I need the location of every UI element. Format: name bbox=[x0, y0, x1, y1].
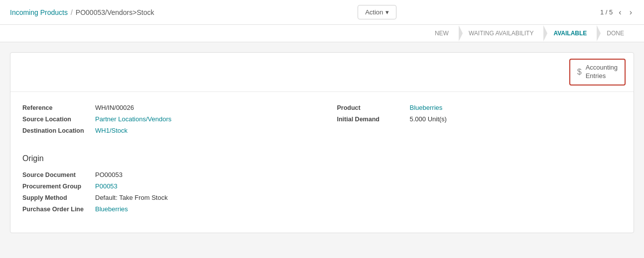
accounting-entries-button[interactable]: $ Accounting Entries bbox=[569, 59, 626, 86]
status-steps: NEW WAITING AVAILABILITY AVAILABLE DONE bbox=[425, 25, 634, 42]
dest-location-value[interactable]: WH1/Stock bbox=[95, 127, 128, 134]
status-step-waiting[interactable]: WAITING AVAILABILITY bbox=[459, 25, 543, 42]
form-row-dest-location: Destination Location WH1/Stock bbox=[22, 127, 307, 134]
purchase-order-line-label: Purchase Order Line bbox=[22, 206, 87, 213]
main-content: $ Accounting Entries Reference WH/IN/000… bbox=[0, 42, 644, 243]
breadcrumb: Incoming Products / PO00053/Vendors>Stoc… bbox=[10, 8, 154, 16]
initial-demand-label: Initial Demand bbox=[337, 116, 402, 123]
pagination-text: 1 / 5 bbox=[600, 8, 613, 16]
main-card: $ Accounting Entries Reference WH/IN/000… bbox=[10, 52, 634, 233]
accounting-btn-text: Accounting Entries bbox=[586, 64, 618, 81]
form-row-supply-method: Supply Method Default: Take From Stock bbox=[22, 194, 622, 201]
breadcrumb-link[interactable]: Incoming Products bbox=[10, 8, 68, 16]
form-row-procurement-group: Procurement Group P00053 bbox=[22, 182, 622, 190]
status-step-available[interactable]: AVAILABLE bbox=[543, 25, 597, 42]
accounting-line1: Accounting bbox=[586, 64, 618, 72]
source-location-value[interactable]: Partner Locations/Vendors bbox=[95, 115, 171, 123]
form-row-reference: Reference WH/IN/00026 bbox=[22, 104, 307, 111]
dropdown-icon: ▾ bbox=[386, 8, 389, 16]
form-row-source-location: Source Location Partner Locations/Vendor… bbox=[22, 115, 307, 123]
top-bar: Incoming Products / PO00053/Vendors>Stoc… bbox=[0, 0, 644, 25]
purchase-order-line-value[interactable]: Blueberries bbox=[95, 205, 128, 213]
procurement-group-value[interactable]: P00053 bbox=[95, 182, 118, 190]
supply-method-label: Supply Method bbox=[22, 194, 87, 201]
product-label: Product bbox=[337, 104, 402, 111]
source-doc-value: PO00053 bbox=[95, 171, 123, 178]
card-header: $ Accounting Entries bbox=[10, 53, 634, 92]
next-button[interactable]: › bbox=[628, 7, 634, 18]
form-left-column: Reference WH/IN/00026 Source Location Pa… bbox=[22, 104, 307, 138]
reference-label: Reference bbox=[22, 104, 87, 111]
prev-button[interactable]: ‹ bbox=[617, 7, 623, 18]
procurement-group-label: Procurement Group bbox=[22, 183, 87, 190]
action-label: Action bbox=[365, 8, 383, 16]
origin-section: Origin Source Document PO00053 Procureme… bbox=[22, 154, 622, 213]
source-location-label: Source Location bbox=[22, 116, 87, 123]
breadcrumb-current: PO00053/Vendors>Stock bbox=[76, 8, 154, 16]
origin-title: Origin bbox=[22, 154, 622, 163]
status-step-new[interactable]: NEW bbox=[425, 25, 459, 42]
action-button[interactable]: Action ▾ bbox=[358, 5, 396, 19]
status-step-done[interactable]: DONE bbox=[597, 25, 634, 42]
card-body: Reference WH/IN/00026 Source Location Pa… bbox=[10, 92, 634, 233]
breadcrumb-separator: / bbox=[71, 8, 73, 16]
initial-demand-value: 5.000 Unit(s) bbox=[410, 115, 447, 123]
dest-location-label: Destination Location bbox=[22, 127, 87, 134]
status-bar: NEW WAITING AVAILABILITY AVAILABLE DONE bbox=[0, 25, 644, 42]
dollar-icon: $ bbox=[577, 68, 582, 77]
form-row-purchase-order-line: Purchase Order Line Blueberries bbox=[22, 205, 622, 213]
product-value[interactable]: Blueberries bbox=[410, 104, 443, 111]
form-row-source-doc: Source Document PO00053 bbox=[22, 171, 622, 178]
form-section: Reference WH/IN/00026 Source Location Pa… bbox=[22, 104, 622, 138]
form-row-product: Product Blueberries bbox=[337, 104, 622, 111]
accounting-line2: Entries bbox=[586, 72, 618, 81]
form-right-column: Product Blueberries Initial Demand 5.000… bbox=[337, 104, 622, 138]
pagination-controls: 1 / 5 ‹ › bbox=[600, 7, 634, 18]
reference-value: WH/IN/00026 bbox=[95, 104, 134, 111]
supply-method-value: Default: Take From Stock bbox=[95, 194, 168, 201]
source-doc-label: Source Document bbox=[22, 172, 87, 178]
form-row-initial-demand: Initial Demand 5.000 Unit(s) bbox=[337, 115, 622, 123]
